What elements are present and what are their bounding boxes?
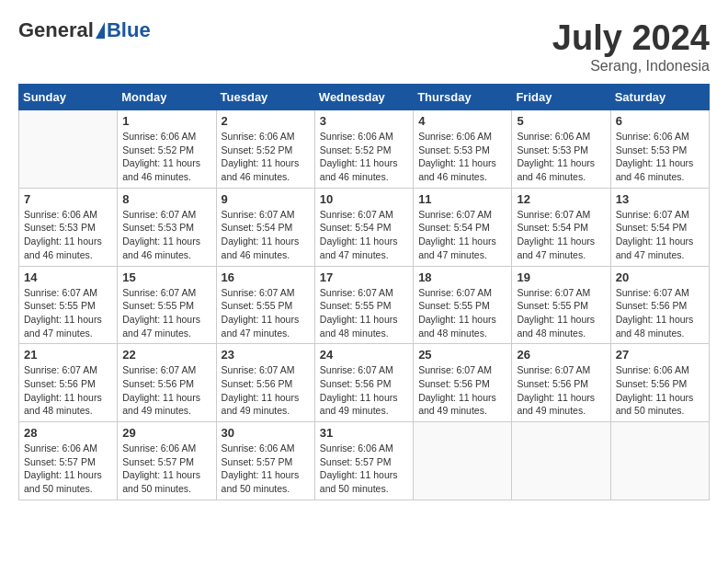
day-number: 26 (517, 348, 605, 362)
day-number: 8 (122, 192, 210, 206)
logo-blue-text: Blue (107, 18, 151, 42)
column-header-thursday: Thursday (414, 85, 512, 110)
day-info: Sunrise: 6:07 AM Sunset: 5:55 PM Dayligh… (222, 286, 310, 340)
calendar-cell: 4Sunrise: 6:06 AM Sunset: 5:53 PM Daylig… (414, 110, 512, 189)
calendar-cell: 22Sunrise: 6:07 AM Sunset: 5:56 PM Dayli… (118, 344, 216, 422)
day-info: Sunrise: 6:07 AM Sunset: 5:54 PM Dayligh… (320, 208, 408, 262)
day-info: Sunrise: 6:07 AM Sunset: 5:54 PM Dayligh… (418, 208, 506, 262)
calendar-cell: 17Sunrise: 6:07 AM Sunset: 5:55 PM Dayli… (314, 266, 413, 344)
logo-icon (96, 22, 105, 39)
day-number: 23 (222, 348, 310, 362)
day-number: 16 (222, 270, 310, 284)
calendar-cell: 5Sunrise: 6:06 AM Sunset: 5:53 PM Daylig… (512, 110, 610, 189)
day-number: 4 (418, 114, 506, 128)
day-info: Sunrise: 6:06 AM Sunset: 5:57 PM Dayligh… (320, 442, 408, 496)
day-info: Sunrise: 6:07 AM Sunset: 5:55 PM Dayligh… (418, 286, 506, 340)
day-number: 31 (320, 426, 408, 440)
day-info: Sunrise: 6:06 AM Sunset: 5:57 PM Dayligh… (222, 442, 310, 496)
calendar-cell: 18Sunrise: 6:07 AM Sunset: 5:55 PM Dayli… (414, 266, 512, 344)
calendar-cell: 20Sunrise: 6:07 AM Sunset: 5:56 PM Dayli… (610, 266, 709, 344)
column-header-friday: Friday (512, 85, 610, 110)
calendar-cell: 27Sunrise: 6:06 AM Sunset: 5:56 PM Dayli… (610, 344, 709, 422)
day-number: 22 (122, 348, 210, 362)
day-info: Sunrise: 6:07 AM Sunset: 5:54 PM Dayligh… (222, 208, 310, 262)
day-info: Sunrise: 6:07 AM Sunset: 5:55 PM Dayligh… (320, 286, 408, 340)
day-number: 10 (320, 192, 408, 206)
calendar-cell: 25Sunrise: 6:07 AM Sunset: 5:56 PM Dayli… (414, 344, 512, 422)
day-info: Sunrise: 6:06 AM Sunset: 5:53 PM Dayligh… (24, 208, 112, 262)
day-number: 6 (616, 114, 704, 128)
month-year-title: July 2024 (552, 18, 710, 58)
calendar-cell: 9Sunrise: 6:07 AM Sunset: 5:54 PM Daylig… (216, 188, 314, 266)
column-header-tuesday: Tuesday (216, 85, 314, 110)
day-info: Sunrise: 6:07 AM Sunset: 5:54 PM Dayligh… (616, 208, 704, 262)
calendar-cell: 6Sunrise: 6:06 AM Sunset: 5:53 PM Daylig… (610, 110, 709, 189)
day-number: 20 (616, 270, 704, 284)
day-number: 18 (418, 270, 506, 284)
column-header-wednesday: Wednesday (314, 85, 413, 110)
calendar-cell: 3Sunrise: 6:06 AM Sunset: 5:52 PM Daylig… (314, 110, 413, 189)
day-info: Sunrise: 6:07 AM Sunset: 5:56 PM Dayligh… (517, 363, 605, 418)
calendar-cell: 7Sunrise: 6:06 AM Sunset: 5:53 PM Daylig… (19, 188, 118, 266)
day-number: 19 (517, 270, 605, 284)
logo-general-text: General (18, 18, 94, 42)
column-header-sunday: Sunday (19, 85, 118, 110)
day-info: Sunrise: 6:06 AM Sunset: 5:52 PM Dayligh… (222, 130, 310, 184)
column-header-monday: Monday (118, 85, 216, 110)
calendar-cell: 24Sunrise: 6:07 AM Sunset: 5:56 PM Dayli… (314, 344, 413, 422)
calendar-cell: 11Sunrise: 6:07 AM Sunset: 5:54 PM Dayli… (414, 188, 512, 266)
day-number: 25 (418, 348, 506, 362)
calendar-cell: 2Sunrise: 6:06 AM Sunset: 5:52 PM Daylig… (216, 110, 314, 189)
day-info: Sunrise: 6:07 AM Sunset: 5:55 PM Dayligh… (517, 286, 605, 340)
column-header-saturday: Saturday (610, 85, 709, 110)
calendar-cell: 21Sunrise: 6:07 AM Sunset: 5:56 PM Dayli… (19, 344, 118, 422)
calendar-week-row: 21Sunrise: 6:07 AM Sunset: 5:56 PM Dayli… (19, 344, 710, 422)
calendar-cell (610, 422, 709, 500)
logo: General Blue (18, 18, 151, 42)
day-number: 3 (320, 114, 408, 128)
day-info: Sunrise: 6:07 AM Sunset: 5:54 PM Dayligh… (517, 208, 605, 262)
calendar-week-row: 7Sunrise: 6:06 AM Sunset: 5:53 PM Daylig… (19, 188, 710, 266)
calendar-cell: 29Sunrise: 6:06 AM Sunset: 5:57 PM Dayli… (118, 422, 216, 500)
day-number: 5 (517, 114, 605, 128)
calendar-cell: 31Sunrise: 6:06 AM Sunset: 5:57 PM Dayli… (314, 422, 413, 500)
calendar-cell (414, 422, 512, 500)
day-number: 17 (320, 270, 408, 284)
day-info: Sunrise: 6:06 AM Sunset: 5:53 PM Dayligh… (418, 130, 506, 184)
calendar-week-row: 28Sunrise: 6:06 AM Sunset: 5:57 PM Dayli… (19, 422, 710, 500)
calendar-week-row: 14Sunrise: 6:07 AM Sunset: 5:55 PM Dayli… (19, 266, 710, 344)
day-number: 24 (320, 348, 408, 362)
day-number: 2 (222, 114, 310, 128)
day-number: 13 (616, 192, 704, 206)
day-info: Sunrise: 6:07 AM Sunset: 5:53 PM Dayligh… (122, 208, 210, 262)
day-number: 15 (122, 270, 210, 284)
day-info: Sunrise: 6:07 AM Sunset: 5:56 PM Dayligh… (320, 363, 408, 418)
day-info: Sunrise: 6:06 AM Sunset: 5:57 PM Dayligh… (122, 442, 210, 496)
calendar-cell: 16Sunrise: 6:07 AM Sunset: 5:55 PM Dayli… (216, 266, 314, 344)
day-info: Sunrise: 6:06 AM Sunset: 5:56 PM Dayligh… (616, 363, 704, 418)
title-block: July 2024 Serang, Indonesia (552, 18, 710, 75)
day-info: Sunrise: 6:07 AM Sunset: 5:56 PM Dayligh… (616, 286, 704, 340)
calendar-cell: 1Sunrise: 6:06 AM Sunset: 5:52 PM Daylig… (118, 110, 216, 189)
calendar-cell: 30Sunrise: 6:06 AM Sunset: 5:57 PM Dayli… (216, 422, 314, 500)
day-number: 14 (24, 270, 112, 284)
calendar-cell: 28Sunrise: 6:06 AM Sunset: 5:57 PM Dayli… (19, 422, 118, 500)
day-number: 9 (222, 192, 310, 206)
day-info: Sunrise: 6:06 AM Sunset: 5:52 PM Dayligh… (122, 130, 210, 184)
day-info: Sunrise: 6:06 AM Sunset: 5:52 PM Dayligh… (320, 130, 408, 184)
day-info: Sunrise: 6:07 AM Sunset: 5:56 PM Dayligh… (24, 363, 112, 418)
page-header: General Blue July 2024 Serang, Indonesia (18, 18, 710, 75)
calendar-cell (512, 422, 610, 500)
calendar-cell: 14Sunrise: 6:07 AM Sunset: 5:55 PM Dayli… (19, 266, 118, 344)
calendar-cell: 19Sunrise: 6:07 AM Sunset: 5:55 PM Dayli… (512, 266, 610, 344)
calendar-cell: 15Sunrise: 6:07 AM Sunset: 5:55 PM Dayli… (118, 266, 216, 344)
day-info: Sunrise: 6:07 AM Sunset: 5:56 PM Dayligh… (122, 363, 210, 418)
day-info: Sunrise: 6:07 AM Sunset: 5:55 PM Dayligh… (122, 286, 210, 340)
calendar-table: SundayMondayTuesdayWednesdayThursdayFrid… (18, 84, 710, 500)
calendar-cell: 26Sunrise: 6:07 AM Sunset: 5:56 PM Dayli… (512, 344, 610, 422)
day-number: 7 (24, 192, 112, 206)
day-number: 12 (517, 192, 605, 206)
day-number: 30 (222, 426, 310, 440)
day-number: 29 (122, 426, 210, 440)
day-info: Sunrise: 6:06 AM Sunset: 5:53 PM Dayligh… (517, 130, 605, 184)
